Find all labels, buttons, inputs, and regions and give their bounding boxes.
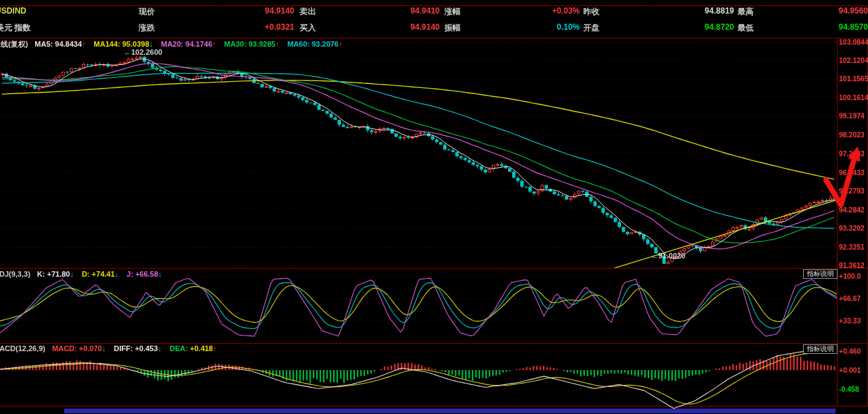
indicator-item: MA20: 94.1746↑ <box>161 40 216 48</box>
axis-tick-label: 103.0844 <box>839 38 868 46</box>
quote-value: 94.9560 <box>794 6 868 16</box>
down-arrow-icon: ↓ <box>102 344 106 352</box>
left-arrow-icon: ← <box>124 48 131 56</box>
axis-tick-label: 99.1974 <box>839 112 868 120</box>
up-arrow-icon: ↑ <box>212 40 216 48</box>
symbol-code: USDIND <box>0 6 26 16</box>
up-arrow-icon: ↑ <box>82 40 86 48</box>
quote-label: 开盘 <box>583 22 599 34</box>
indicator-item: MA60: 93.2076↑ <box>288 40 342 48</box>
quote-row-2: 美元 指数 涨跌+0.0321买入94.9140振幅0.10%开盘94.8720… <box>0 22 868 36</box>
axis-tick-label: +100.0 <box>839 272 868 280</box>
quote-value: 94.8720 <box>660 22 734 32</box>
quote-label: 卖出 <box>300 6 316 18</box>
axis-tick-label: -0.458 <box>839 385 868 393</box>
axis-tick-label: 101.1565 <box>839 74 868 83</box>
quote-row-1: USDIND 现价94.9140卖出94.9410涨幅+0.03%昨收94.88… <box>0 6 868 20</box>
axis-tick-label: 97.2383 <box>839 150 868 158</box>
low-price-annotation: ←91.0020 <box>651 252 685 260</box>
indicator-item: MA144: 95.0398↓ <box>94 40 153 48</box>
quote-label: 最低 <box>737 22 754 34</box>
trading-terminal: { "quote": { "symbol": "USDIND", "name":… <box>0 0 868 414</box>
axis-tick-label: 102.1204 <box>839 56 868 64</box>
indicator-item: J: +66.58↓ <box>127 270 162 278</box>
down-arrow-icon: ↓ <box>70 270 74 278</box>
quote-value: 94.9140 <box>220 6 294 16</box>
axis-tick-label: 95.2793 <box>839 187 868 195</box>
quote-value: 94.8819 <box>660 6 734 16</box>
axis-tick-label: 100.1614 <box>839 93 868 101</box>
quote-value: 0.10% <box>505 22 580 32</box>
up-arrow-icon: ↑ <box>213 344 217 352</box>
axis-tick-label: +66.67 <box>839 294 868 302</box>
quote-value: +0.03% <box>505 6 580 16</box>
indicator-item: D: +74.41↓ <box>82 270 118 278</box>
left-arrow-icon: ← <box>651 252 658 260</box>
high-price-annotation: ←102.2600 <box>124 48 162 56</box>
down-arrow-icon: ↓ <box>158 344 162 352</box>
indicator-item: MA30: 93.9285↑ <box>224 40 279 48</box>
bottom-scrollbar[interactable] <box>64 409 836 413</box>
indicator-item: DIFF: +0.453↓ <box>114 344 162 352</box>
quote-value: +0.0321 <box>220 22 294 32</box>
macd-items: MACD: +0.070↓DIFF: +0.453↓DEA: +0.418↑ <box>52 344 225 352</box>
quote-label: 涨跌 <box>139 22 155 34</box>
axis-tick-label: +33.33 <box>839 317 868 325</box>
axis-tick-label: 98.2023 <box>839 131 868 139</box>
down-arrow-icon: ↓ <box>158 270 162 278</box>
down-arrow-icon: ↓ <box>115 270 119 278</box>
quote-label: 最高 <box>737 6 754 18</box>
ma-bar-title: 日线(复权) <box>0 40 28 48</box>
quote-label: 昨收 <box>583 6 599 18</box>
down-arrow-icon: ↓ <box>150 40 154 48</box>
kdj-items: K: +71.80↓D: +74.41↓J: +66.58↓ <box>37 270 170 278</box>
quote-value: 94.9410 <box>365 6 440 16</box>
axis-tick-label: 93.3202 <box>839 224 868 232</box>
axis-tick-label: +0.460 <box>839 347 868 355</box>
indicator-item: DEA: +0.418↑ <box>170 344 216 352</box>
macd-indicator-header: MACD(12,26,9)MACD: +0.070↓DIFF: +0.453↓D… <box>0 344 225 352</box>
macd-indicator-help-button[interactable]: 指标说明 <box>803 344 838 354</box>
kdj-title: KDJ(9,3,3) <box>0 270 30 278</box>
axis-tick-label: 94.2842 <box>839 206 868 214</box>
macd-title: MACD(12,26,9) <box>0 344 45 352</box>
quote-value: 94.8570 <box>794 22 868 32</box>
low-price-value: 91.0020 <box>658 252 685 260</box>
ma-bar-items: MA5: 94.8434↑MA144: 95.0398↓MA20: 94.174… <box>35 40 350 48</box>
indicator-item: MACD: +0.070↓ <box>52 344 106 352</box>
axis-tick-label: 91.3612 <box>839 261 868 269</box>
up-arrow-icon: ↑ <box>275 40 279 48</box>
kdj-indicator-header: KDJ(9,3,3)K: +71.80↓D: +74.41↓J: +66.58↓ <box>0 270 170 278</box>
axis-tick-label: 96.2433 <box>839 168 868 177</box>
symbol-name: 美元 指数 <box>0 22 30 34</box>
quote-value: 94.9140 <box>365 22 440 32</box>
quote-label: 涨幅 <box>444 6 461 18</box>
ma-indicator-bar: 日线(复权)MA5: 94.8434↑MA144: 95.0398↓MA20: … <box>0 39 350 49</box>
quote-label: 买入 <box>300 22 316 34</box>
indicator-item: MA5: 94.8434↑ <box>35 40 85 48</box>
axis-tick-label: +0.001 <box>839 366 868 374</box>
quote-label: 振幅 <box>444 22 461 34</box>
axis-tick-label: 92.3251 <box>839 243 868 251</box>
high-price-value: 102.2600 <box>131 48 162 56</box>
kdj-indicator-help-button[interactable]: 指标说明 <box>803 269 838 279</box>
up-arrow-icon: ↑ <box>338 40 342 48</box>
quote-label: 现价 <box>139 6 155 18</box>
indicator-item: K: +71.80↓ <box>37 270 74 278</box>
